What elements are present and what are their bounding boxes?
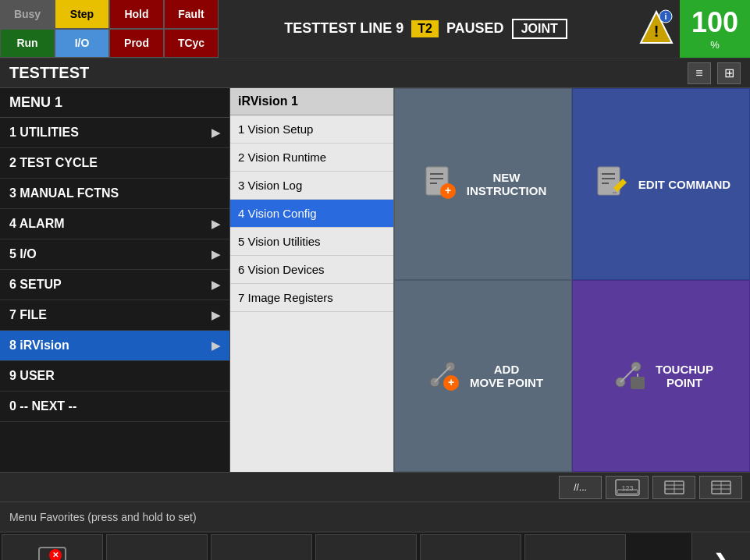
submenu-item-label: 2 Vision Runtime — [238, 151, 326, 164]
menu-item-label: 2 TEST CYCLE — [9, 156, 98, 170]
percent-value: 100 — [691, 6, 738, 39]
percent-display: 100 % — [680, 0, 750, 58]
bottom-bar: ✕ CSDN @Zhang Harry ❯ — [0, 531, 750, 560]
toolbar-btn-123[interactable]: 123 — [606, 476, 649, 499]
menu-item-5[interactable]: 6 SETUP▶ — [0, 270, 229, 300]
svg-text:+: + — [445, 184, 451, 197]
alert-icon: ! i — [638, 9, 675, 49]
menu-item-2[interactable]: 3 MANUAL FCTNS — [0, 179, 229, 209]
menu-arrow-icon: ▶ — [211, 218, 220, 230]
submenu-item-label: 1 Vision Setup — [238, 122, 313, 136]
bottom-btn-2[interactable] — [106, 534, 208, 561]
touchup-point-label-line1: TOUCHUP — [656, 363, 713, 376]
touchup-point-label: TOUCHUP POINT — [656, 363, 713, 389]
submenu-item-6[interactable]: 7 Image Registers — [230, 284, 393, 312]
left-menu: MENU 1 1 UTILITIES▶2 TEST CYCLE3 MANUAL … — [0, 88, 230, 472]
bottom-btn-1-content: ✕ — [37, 545, 68, 561]
touchup-point-button[interactable]: TOUCHUP POINT — [572, 280, 750, 472]
add-move-point-label-line1: ADD — [470, 363, 543, 376]
svg-rect-24 — [631, 377, 645, 389]
add-move-point-button[interactable]: + ADD MOVE POINT — [394, 280, 572, 472]
step-button[interactable]: Step — [55, 0, 109, 29]
submenu-item-3[interactable]: 4 Vision Config — [230, 200, 393, 228]
menu-item-4[interactable]: 5 I/O▶ — [0, 239, 229, 270]
menu-item-label: 9 USER — [9, 369, 55, 383]
menu-arrow-icon: ▶ — [211, 339, 220, 352]
prod-button[interactable]: Prod — [109, 29, 164, 58]
nav-right-button[interactable]: ❯ — [691, 533, 750, 560]
bottom-btn-3[interactable] — [211, 534, 312, 561]
svg-text:123: 123 — [621, 484, 633, 492]
status-bar: Menu Favorites (press and hold to set) — [0, 502, 750, 531]
tcyc-button[interactable]: TCyc — [164, 29, 219, 58]
submenu-item-label: 3 Vision Log — [238, 179, 302, 192]
menu-arrow-icon: ▶ — [211, 278, 220, 291]
new-instruction-label: NEW INSTRUCTION — [467, 171, 547, 197]
top-status-bar: Busy Run Step I/O Hold Prod Fault TCyc T… — [0, 0, 750, 58]
toolbar-btn-list1[interactable] — [652, 476, 695, 499]
bottom-btn-1[interactable]: ✕ — [2, 534, 103, 561]
menu-item-3[interactable]: 4 ALARM▶ — [0, 209, 229, 239]
menu-header: MENU 1 — [0, 88, 229, 118]
new-instruction-label-line1: NEW — [467, 171, 547, 184]
menu-item-9[interactable]: 0 -- NEXT -- — [0, 392, 229, 422]
action-buttons: + NEW INSTRUCTION — [394, 88, 750, 472]
edit-command-button[interactable]: EDIT COMMAND — [572, 88, 750, 280]
comment-icon: //... — [574, 482, 587, 493]
submenu-item-label: 5 Vision Utilities — [238, 235, 321, 248]
status-group-hold: Hold Prod — [109, 0, 164, 58]
run-button[interactable]: Run — [0, 29, 55, 58]
submenu-item-label: 6 Vision Devices — [238, 263, 325, 276]
line-name: TESTTEST LINE 9 — [284, 20, 403, 37]
submenu-item-2[interactable]: 3 Vision Log — [230, 172, 393, 200]
layout-button[interactable]: ⊞ — [717, 62, 741, 84]
submenu-items-container: 1 Vision Setup2 Vision Runtime3 Vision L… — [230, 115, 393, 312]
new-instruction-label-line2: INSTRUCTION — [467, 184, 547, 197]
menu-arrow-icon: ▶ — [211, 248, 220, 261]
list2-icon — [710, 479, 732, 496]
submenu-item-label: 7 Image Registers — [238, 291, 333, 304]
right-panel: + NEW INSTRUCTION — [394, 88, 750, 472]
bottom-btn-5[interactable] — [420, 534, 521, 561]
menu-item-1[interactable]: 2 TEST CYCLE — [0, 148, 229, 179]
edit-command-icon — [592, 163, 631, 205]
edit-command-label: EDIT COMMAND — [638, 178, 730, 191]
pause-status: PAUSED — [446, 20, 504, 37]
red-x-badge: ✕ — [49, 549, 62, 561]
title-bar: TESTTEST ≡ ⊞ — [0, 58, 750, 88]
submenu-item-5[interactable]: 6 Vision Devices — [230, 256, 393, 284]
submenu-item-0[interactable]: 1 Vision Setup — [230, 115, 393, 144]
menu-item-label: 1 UTILITIES — [9, 126, 79, 140]
menu-items-container: 1 UTILITIES▶2 TEST CYCLE3 MANUAL FCTNS4 … — [0, 118, 229, 422]
touchup-point-label-line2: POINT — [656, 376, 713, 389]
fault-button[interactable]: Fault — [164, 0, 219, 29]
menu-item-8[interactable]: 9 USER — [0, 361, 229, 392]
menu-item-label: 5 I/O — [9, 247, 37, 261]
hamburger-menu-button[interactable]: ≡ — [688, 62, 711, 84]
hold-button[interactable]: Hold — [109, 0, 164, 29]
main-content: MENU 1 1 UTILITIES▶2 TEST CYCLE3 MANUAL … — [0, 88, 750, 472]
toolbar-btn-comment[interactable]: //... — [559, 476, 602, 499]
toolbar-btn-list2[interactable] — [699, 476, 742, 499]
io-button[interactable]: I/O — [55, 29, 109, 58]
svg-text:i: i — [664, 12, 666, 21]
menu-item-7[interactable]: 8 iRVision▶ — [0, 331, 229, 361]
submenu-item-1[interactable]: 2 Vision Runtime — [230, 144, 393, 172]
svg-text:!: ! — [654, 23, 659, 40]
title-icons: ≡ ⊞ — [688, 62, 741, 84]
bottom-btn-4[interactable] — [315, 534, 417, 561]
menu-item-label: 0 -- NEXT -- — [9, 399, 76, 413]
alert-icon-container: ! i — [633, 0, 680, 58]
menu-item-label: 7 FILE — [9, 308, 47, 322]
menu-item-0[interactable]: 1 UTILITIES▶ — [0, 118, 229, 148]
joint-badge: JOINT — [512, 19, 567, 39]
touchup-point-icon — [609, 355, 648, 397]
new-instruction-button[interactable]: + NEW INSTRUCTION — [394, 88, 572, 280]
busy-button[interactable]: Busy — [0, 0, 55, 29]
bottom-btn-6[interactable] — [524, 534, 626, 561]
menu-item-label: 3 MANUAL FCTNS — [9, 186, 119, 200]
menu-item-6[interactable]: 7 FILE▶ — [0, 300, 229, 331]
t2-badge: T2 — [411, 20, 439, 37]
submenu-item-4[interactable]: 5 Vision Utilities — [230, 228, 393, 256]
add-move-point-label-line2: MOVE POINT — [470, 376, 543, 389]
